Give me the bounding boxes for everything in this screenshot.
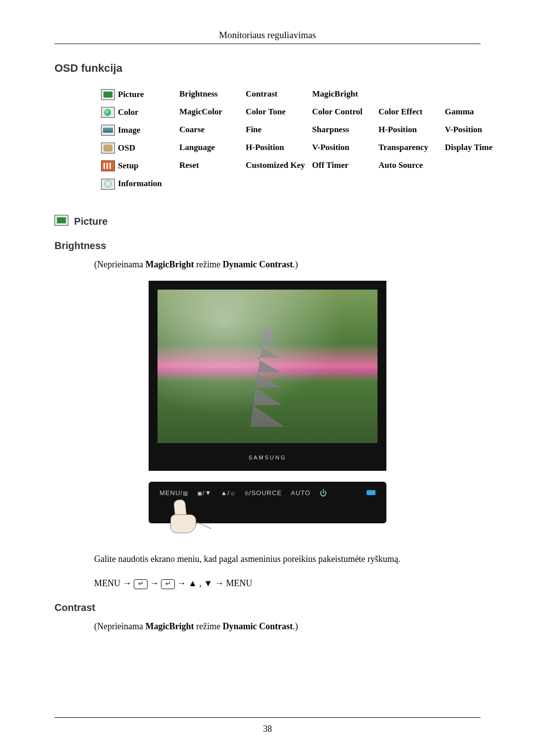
monitor-button-up-sun: ▲/☼ (220, 489, 236, 497)
osd-opt: V-Position (310, 139, 376, 157)
monitor-button-source: ⎘/SOURCE (245, 489, 282, 497)
picture-section-heading: Picture (54, 215, 481, 227)
monitor-button-auto: AUTO (291, 489, 311, 497)
osd-opt: Language (177, 139, 244, 157)
monitor-button-enter-down: ▣/▼ (197, 489, 212, 497)
brightness-menu-sequence: MENU → ↵ → ↵ → ▲ , ▼ → MENU (94, 578, 481, 589)
osd-row-image: Image Coarse Fine Sharpness H-Position V… (99, 121, 509, 139)
osd-opt (443, 86, 509, 103)
osd-row-information: Information (99, 175, 509, 193)
setup-icon (101, 160, 115, 171)
osd-opt: Reset (177, 157, 244, 175)
picture-heading-text: Picture (74, 216, 108, 227)
pointing-hand-icon (170, 500, 202, 534)
osd-opt: Color Control (310, 103, 376, 121)
page-header: Monitoriaus reguliavimas (54, 30, 481, 44)
osd-row-label: Image (118, 125, 140, 135)
contrast-heading: Contrast (54, 602, 481, 613)
osd-opt (177, 175, 244, 193)
osd-row-label: Color (118, 107, 139, 117)
osd-opt: MagicBright (310, 86, 376, 103)
contrast-note: (Neprieinama MagicBright režime Dynamic … (94, 620, 481, 633)
osd-opt: Transparency (376, 139, 443, 157)
osd-opt: Off Timer (310, 157, 376, 175)
osd-opt: Contrast (244, 86, 310, 103)
monitor-button-menu: MENU/▥ (160, 489, 188, 497)
osd-opt: Gamma (443, 103, 509, 121)
osd-opt (376, 86, 443, 103)
color-icon (101, 107, 115, 118)
monitor-illustration: SAMSUNG MENU/▥ ▣/▼ ▲/☼ ⎘/SOURCE AUTO ⏻ (149, 281, 386, 523)
monitor-button-bar: MENU/▥ ▣/▼ ▲/☼ ⎘/SOURCE AUTO ⏻ (149, 482, 386, 523)
osd-opt: Brightness (177, 86, 244, 103)
osd-row-label: Information (118, 179, 162, 189)
osd-opt: Coarse (177, 121, 244, 139)
brightness-note: (Neprieinama MagicBright režime Dynamic … (94, 258, 481, 271)
osd-opt: H-Position (376, 121, 443, 139)
osd-opt (310, 175, 376, 193)
osd-opt: Fine (244, 121, 310, 139)
osd-opt: Display Time (443, 139, 509, 157)
osd-row-color: Color MagicColor Color Tone Color Contro… (99, 103, 509, 121)
power-led-icon (367, 490, 375, 495)
osd-funkcija-heading: OSD funkcija (54, 62, 481, 75)
page-footer: 38 (54, 717, 481, 734)
brightness-description: Galite naudotis ekrano meniu, kad pagal … (94, 553, 481, 565)
osd-row-picture: Picture Brightness Contrast MagicBright (99, 86, 509, 103)
monitor-frame: SAMSUNG (149, 281, 386, 471)
osd-row-osd: OSD Language H-Position V-Position Trans… (99, 139, 509, 157)
picture-icon (101, 89, 115, 100)
osd-table: Picture Brightness Contrast MagicBright … (99, 86, 509, 193)
osd-opt: V-Position (443, 121, 509, 139)
osd-row-label: Setup (118, 161, 139, 170)
osd-opt: Sharpness (310, 121, 376, 139)
osd-opt: Color Effect (376, 103, 443, 121)
enter-key-icon: ↵ (134, 579, 148, 589)
osd-opt: Customized Key (244, 157, 310, 175)
osd-opt (443, 157, 509, 175)
info-icon (101, 179, 115, 190)
enter-key-icon: ↵ (161, 579, 175, 589)
osd-opt (376, 175, 443, 193)
osd-opt: Auto Source (376, 157, 443, 175)
page-number: 38 (263, 724, 272, 734)
osd-row-label: OSD (118, 143, 135, 152)
osd-icon (101, 143, 115, 153)
picture-icon (54, 215, 68, 226)
osd-opt (244, 175, 310, 193)
osd-row-setup: Setup Reset Customized Key Off Timer Aut… (99, 157, 509, 175)
monitor-screen (158, 290, 377, 443)
image-icon (101, 125, 115, 136)
osd-opt: MagicColor (177, 103, 244, 121)
osd-opt: Color Tone (244, 103, 310, 121)
brightness-heading: Brightness (54, 240, 481, 252)
screen-content-icon (250, 328, 285, 427)
power-icon: ⏻ (320, 489, 327, 497)
monitor-brand: SAMSUNG (158, 452, 377, 463)
osd-row-label: Picture (118, 90, 144, 99)
osd-opt (443, 175, 509, 193)
osd-opt: H-Position (244, 139, 310, 157)
